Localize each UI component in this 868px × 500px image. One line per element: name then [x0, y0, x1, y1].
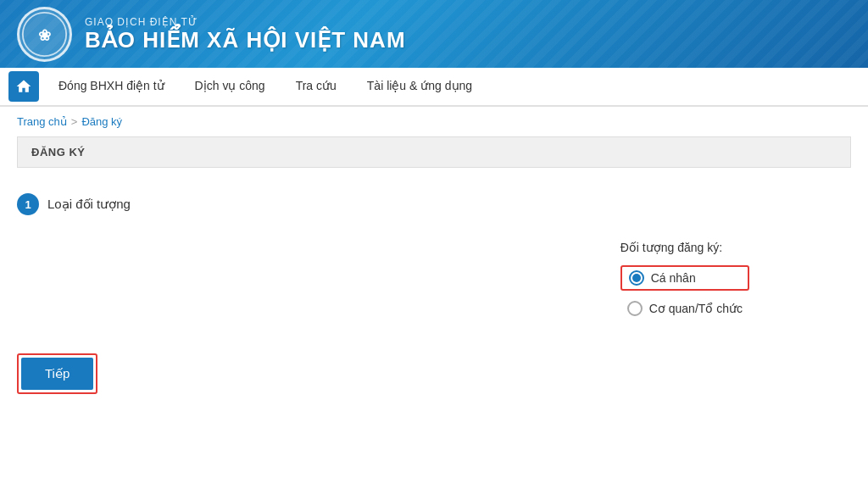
nav-item-dong-bhxh[interactable]: Đóng BHXH điện tử [43, 67, 180, 106]
main-content: 1 Loại đối tượng Đối tượng đăng ký: Cá n… [0, 168, 868, 419]
radio-label-co-quan: Cơ quan/Tổ chức [649, 302, 743, 315]
nav-items: Đóng BHXH điện tử Dịch vụ công Tra cứu T… [43, 68, 487, 105]
breadcrumb-current: Đăng ký [81, 115, 122, 128]
breadcrumb-separator: > [71, 115, 78, 128]
tiep-button-wrapper: Tiếp [17, 353, 97, 394]
reg-type-heading: Đối tượng đăng ký: [620, 241, 749, 254]
step-header: 1 Loại đối tượng [17, 193, 851, 215]
radio-option-ca-nhan[interactable]: Cá nhân [620, 265, 749, 291]
tiep-button[interactable]: Tiếp [21, 358, 93, 390]
header-subtitle: GIAO DỊCH ĐIỆN TỬ [85, 16, 406, 28]
radio-circle-co-quan [627, 301, 643, 316]
page-title: ĐĂNG KÝ [17, 136, 851, 168]
logo: ❀ [17, 7, 72, 62]
home-button[interactable] [8, 71, 39, 102]
radio-circle-ca-nhan [629, 270, 644, 286]
header-text: GIAO DỊCH ĐIỆN TỬ BẢO HIỂM XÃ HỘI VIỆT N… [85, 16, 406, 53]
breadcrumb: Trang chủ > Đăng ký [0, 107, 868, 136]
header: ❀ GIAO DỊCH ĐIỆN TỬ BẢO HIỂM XÃ HỘI VIỆT… [0, 0, 868, 68]
step-label: Loại đối tượng [47, 197, 131, 212]
form-section: Đối tượng đăng ký: Cá nhân Cơ quan/Tổ ch… [17, 241, 851, 319]
step-number: 1 [17, 193, 39, 215]
breadcrumb-home[interactable]: Trang chủ [17, 115, 67, 128]
header-title: BẢO HIỂM XÃ HỘI VIỆT NAM [85, 28, 406, 53]
nav-item-tra-cuu[interactable]: Tra cứu [281, 67, 352, 106]
navigation: Đóng BHXH điện tử Dịch vụ công Tra cứu T… [0, 68, 868, 107]
svg-text:❀: ❀ [38, 25, 51, 43]
nav-item-dich-vu-cong[interactable]: Dịch vụ công [180, 67, 281, 106]
registration-type: Đối tượng đăng ký: Cá nhân Cơ quan/Tổ ch… [620, 241, 749, 319]
tiep-container: Tiếp [17, 353, 851, 394]
radio-option-co-quan[interactable]: Cơ quan/Tổ chức [620, 297, 749, 319]
radio-label-ca-nhan: Cá nhân [651, 271, 696, 285]
nav-item-tai-lieu[interactable]: Tài liệu & ứng dụng [352, 67, 487, 106]
